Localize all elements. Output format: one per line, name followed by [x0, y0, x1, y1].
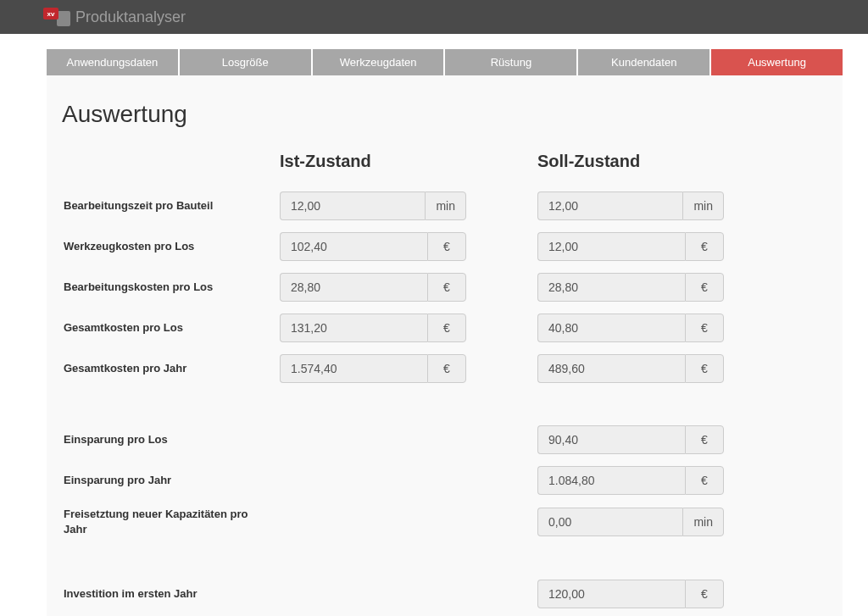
ist-bearbeitungskosten-value[interactable]: 28,80 [280, 273, 427, 302]
label-bearbeitungszeit: Bearbeitungszeit pro Bauteil [64, 198, 280, 214]
label-freisetzung: Freisetztung neuer Kapazitäten pro Jahr [64, 507, 280, 537]
app-title: Produktanalyser [75, 8, 186, 26]
unit-eur: € [685, 466, 724, 495]
label-einsparung-los: Einsparung pro Los [64, 432, 280, 447]
label-einsparung-jahr: Einsparung pro Jahr [64, 473, 280, 488]
soll-gesamtkosten-los-value[interactable]: 40,80 [537, 314, 685, 342]
label-bearbeitungskosten: Bearbeitungskosten pro Los [64, 280, 280, 295]
topbar: xv Produktanalyser [0, 0, 868, 34]
unit-eur: € [685, 314, 724, 342]
ist-gesamtkosten-jahr: 1.574,40 € [280, 354, 466, 383]
ist-bearbeitungszeit: 12,00 min [280, 191, 466, 220]
unit-eur: € [685, 354, 724, 383]
results-grid: Ist-Zustand Soll-Zustand Bearbeitungszei… [64, 152, 826, 616]
soll-gesamtkosten-los: 40,80 € [537, 314, 724, 342]
tab-anwendungsdaten[interactable]: Anwendungsdaten [47, 49, 178, 75]
label-gesamtkosten-los: Gesamtkosten pro Los [64, 320, 280, 336]
soll-einsparung-los: 90,40 € [537, 425, 724, 454]
tab-auswertung[interactable]: Auswertung [711, 49, 843, 75]
unit-min: min [682, 508, 724, 536]
label-investition: Investition im ersten Jahr [64, 586, 280, 602]
ist-werkzeugkosten-value[interactable]: 102,40 [280, 232, 427, 261]
soll-freisetzung: 0,00 min [537, 508, 724, 536]
soll-werkzeugkosten: 12,00 € [537, 232, 724, 261]
tab-losgroesse[interactable]: Losgröße [180, 49, 311, 75]
soll-bearbeitungszeit-value[interactable]: 12,00 [537, 191, 682, 220]
page-title: Auswertung [62, 101, 826, 128]
app-logo-icon: xv [47, 6, 69, 28]
soll-bearbeitungszeit: 12,00 min [537, 191, 724, 220]
soll-investition: 120,00 € [537, 580, 724, 608]
unit-min: min [682, 191, 724, 220]
ist-gesamtkosten-los: 131,20 € [280, 314, 466, 342]
unit-eur: € [685, 232, 724, 261]
ist-bearbeitungszeit-value[interactable]: 12,00 [280, 191, 425, 220]
main-panel: Auswertung Ist-Zustand Soll-Zustand Bear… [47, 75, 843, 616]
unit-eur: € [427, 232, 466, 261]
soll-einsparung-los-value[interactable]: 90,40 [537, 425, 685, 454]
tab-kundendaten[interactable]: Kundendaten [578, 49, 709, 75]
tab-ruestung[interactable]: Rüstung [445, 49, 576, 75]
col-header-soll: Soll-Zustand [537, 152, 724, 180]
unit-eur: € [685, 425, 724, 454]
unit-eur: € [427, 314, 466, 342]
tab-werkzeugdaten[interactable]: Werkzeugdaten [313, 49, 444, 75]
unit-eur: € [685, 580, 724, 608]
soll-einsparung-jahr-value[interactable]: 1.084,80 [537, 466, 685, 495]
unit-eur: € [427, 354, 466, 383]
soll-investition-value[interactable]: 120,00 [537, 580, 685, 608]
ist-werkzeugkosten: 102,40 € [280, 232, 466, 261]
unit-eur: € [427, 273, 466, 302]
soll-einsparung-jahr: 1.084,80 € [537, 466, 724, 495]
label-werkzeugkosten: Werkzeugkosten pro Los [64, 239, 280, 254]
label-gesamtkosten-jahr: Gesamtkosten pro Jahr [64, 361, 280, 376]
ist-gesamtkosten-jahr-value[interactable]: 1.574,40 [280, 354, 427, 383]
soll-bearbeitungskosten-value[interactable]: 28,80 [537, 273, 685, 302]
unit-eur: € [685, 273, 724, 302]
ist-bearbeitungskosten: 28,80 € [280, 273, 466, 302]
soll-gesamtkosten-jahr-value[interactable]: 489,60 [537, 354, 685, 383]
soll-freisetzung-value[interactable]: 0,00 [537, 508, 682, 536]
soll-bearbeitungskosten: 28,80 € [537, 273, 724, 302]
soll-gesamtkosten-jahr: 489,60 € [537, 354, 724, 383]
soll-werkzeugkosten-value[interactable]: 12,00 [537, 232, 685, 261]
unit-min: min [425, 191, 466, 220]
tab-bar: Anwendungsdaten Losgröße Werkzeugdaten R… [47, 49, 843, 75]
col-header-ist: Ist-Zustand [280, 152, 466, 180]
ist-gesamtkosten-los-value[interactable]: 131,20 [280, 314, 427, 342]
